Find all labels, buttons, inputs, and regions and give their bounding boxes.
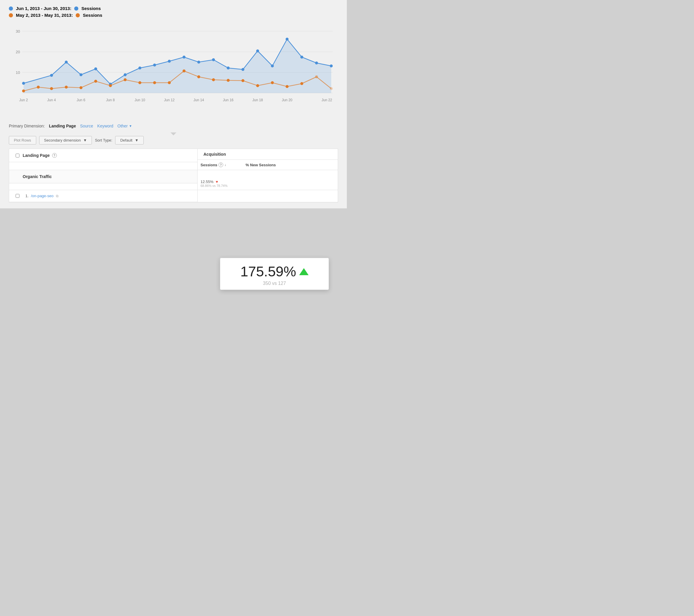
svg-point-38 <box>153 81 156 84</box>
svg-point-18 <box>183 56 185 59</box>
pct-new-sessions-col-header: % New Sessions <box>245 162 276 167</box>
table-row-1: 1. /on-page-seo ⧉ <box>9 190 338 202</box>
svg-point-35 <box>109 84 112 87</box>
row-1-copy-icon[interactable]: ⧉ <box>56 194 59 198</box>
svg-point-41 <box>197 75 200 78</box>
data-table: Landing Page ? Acquisition Sessions ? ↓ … <box>9 149 338 203</box>
legend-item-1: Jun 1, 2013 - Jun 30, 2013: Sessions <box>9 6 338 11</box>
svg-point-19 <box>197 61 200 63</box>
svg-point-26 <box>300 56 303 59</box>
organic-traffic-right: 175.59% 350 vs 127 12.55% ♥ 68.86% vs 78… <box>198 170 338 190</box>
primary-dimension-row: Primary Dimension: Landing Page Source K… <box>9 124 338 128</box>
svg-point-46 <box>271 81 274 84</box>
svg-text:Jun 6: Jun 6 <box>76 98 85 102</box>
svg-point-30 <box>37 86 40 89</box>
sort-default-arrow: ▼ <box>135 138 139 143</box>
row-1-check[interactable] <box>16 194 19 198</box>
tooltip-up-arrow <box>299 268 309 275</box>
sort-default-button[interactable]: Default ▼ <box>115 136 143 145</box>
sort-type-label: Sort Type: <box>95 138 112 143</box>
svg-point-11 <box>79 73 83 76</box>
organic-pct-data: 12.55% ♥ 68.86% vs 78.74% <box>198 177 338 190</box>
svg-text:Jun 16: Jun 16 <box>223 98 234 102</box>
svg-point-20 <box>212 58 215 61</box>
plot-rows-button[interactable]: Plot Rows <box>9 136 36 145</box>
row-1-left: 1. /on-page-seo ⧉ <box>9 190 198 202</box>
row-1-right <box>198 190 338 202</box>
tooltip-popup: 175.59% 350 vs 127 <box>220 258 329 290</box>
controls-row: Plot Rows Secondary dimension ▼ Sort Typ… <box>9 136 338 149</box>
svg-point-49 <box>315 75 318 78</box>
svg-point-40 <box>183 70 185 72</box>
svg-point-50 <box>330 87 333 90</box>
other-dropdown-arrow: ▼ <box>129 124 132 128</box>
landing-page-header-row: Landing Page ? <box>9 149 197 162</box>
svg-point-25 <box>286 38 289 41</box>
chart-legend: Jun 1, 2013 - Jun 30, 2013: Sessions May… <box>9 6 338 18</box>
svg-point-43 <box>227 79 230 82</box>
svg-point-28 <box>330 64 333 68</box>
header-checkbox[interactable] <box>12 154 23 157</box>
svg-text:Jun 20: Jun 20 <box>282 98 292 102</box>
primary-dim-source-link[interactable]: Source <box>80 124 93 128</box>
sessions-sort-icon[interactable]: ↓ <box>224 163 226 167</box>
svg-point-14 <box>124 73 127 76</box>
primary-dim-keyword-link[interactable]: Keyword <box>97 124 113 128</box>
secondary-dimension-button[interactable]: Secondary dimension ▼ <box>39 136 92 145</box>
svg-marker-7 <box>23 39 331 93</box>
sessions-help-icon[interactable]: ? <box>218 163 223 167</box>
svg-text:Jun 12: Jun 12 <box>164 98 175 102</box>
secondary-dim-label: Secondary dimension <box>44 138 81 143</box>
row-1-page-link[interactable]: /on-page-seo <box>31 194 54 198</box>
svg-point-10 <box>65 61 68 63</box>
svg-text:Jun 4: Jun 4 <box>47 98 56 102</box>
svg-point-44 <box>241 79 244 82</box>
row-1-num: 1. <box>23 194 31 198</box>
tooltip-compare: 350 vs 127 <box>227 281 322 286</box>
primary-dim-label: Primary Dimension: <box>9 124 45 128</box>
table-left-col-header: Landing Page ? <box>9 149 198 170</box>
legend-dot-1 <box>9 6 13 11</box>
select-all-checkbox[interactable] <box>16 154 19 157</box>
svg-point-8 <box>22 82 25 85</box>
organic-traffic-data: Organic Traffic <box>9 170 197 183</box>
primary-dim-other-dropdown[interactable]: Other ▼ <box>117 124 132 128</box>
svg-text:10: 10 <box>16 70 20 75</box>
svg-point-21 <box>227 67 230 70</box>
sessions-label: Sessions <box>201 163 217 167</box>
svg-point-32 <box>65 86 68 89</box>
sort-default-label: Default <box>120 138 132 143</box>
row-1-data: 1. /on-page-seo ⧉ <box>9 190 197 202</box>
svg-point-36 <box>124 78 127 81</box>
legend-metric-2: Sessions <box>83 13 102 18</box>
svg-text:30: 30 <box>16 29 20 34</box>
legend-dot-2 <box>9 13 13 17</box>
organic-traffic-row: Organic Traffic 175.59% 350 vs 127 1 <box>9 170 338 190</box>
pct-compare: 68.86% vs 78.74% <box>201 184 335 187</box>
legend-date-1: Jun 1, 2013 - Jun 30, 2013: <box>16 6 71 11</box>
svg-point-39 <box>168 81 171 84</box>
svg-point-24 <box>271 64 274 68</box>
svg-point-17 <box>168 60 171 63</box>
legend-metric-dot-2 <box>76 13 80 17</box>
svg-point-48 <box>300 82 303 85</box>
svg-point-31 <box>50 87 53 90</box>
organic-traffic-label: Organic Traffic <box>12 174 52 179</box>
separator-triangle <box>170 132 176 135</box>
primary-dim-active: Landing Page <box>49 124 76 128</box>
sub-headers-row: Sessions ? ↓ % New Sessions <box>198 160 338 170</box>
svg-point-47 <box>286 85 289 88</box>
svg-point-42 <box>212 78 215 81</box>
svg-point-16 <box>153 63 156 67</box>
legend-date-2: May 2, 2013 - May 31, 2013: <box>16 13 73 18</box>
row-1-checkbox[interactable] <box>12 194 23 198</box>
svg-point-33 <box>79 86 83 89</box>
svg-text:Jun 18: Jun 18 <box>252 98 263 102</box>
svg-text:Jun 8: Jun 8 <box>106 98 115 102</box>
legend-metric-dot-1 <box>74 6 78 11</box>
svg-text:20: 20 <box>16 50 20 54</box>
secondary-dim-arrow: ▼ <box>83 138 87 143</box>
organic-right-data <box>198 170 338 177</box>
legend-metric-1: Sessions <box>81 6 101 11</box>
landing-page-help-icon[interactable]: ? <box>52 153 57 158</box>
